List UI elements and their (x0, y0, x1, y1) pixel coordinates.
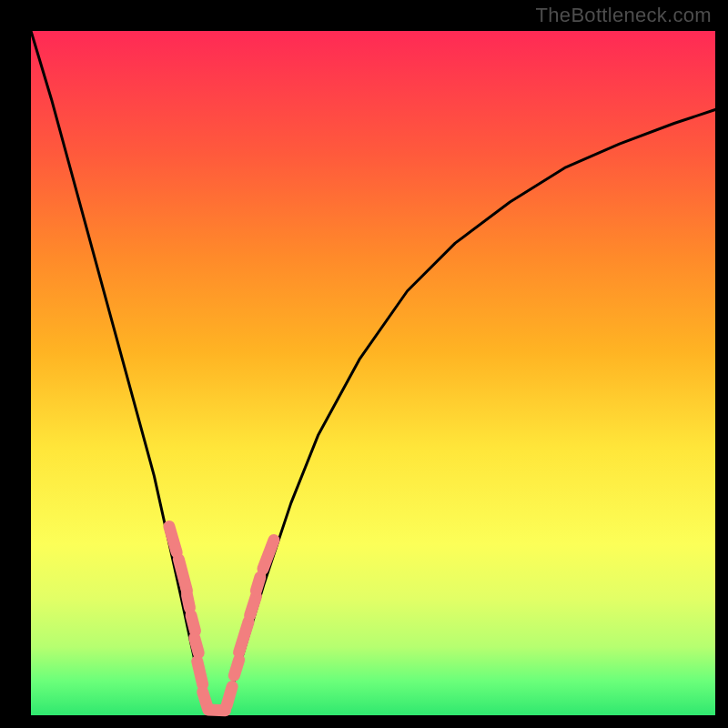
chart-plot-area (31, 31, 715, 715)
chart-frame: TheBottleneck.com (0, 0, 728, 728)
watermark-text: TheBottleneck.com (536, 4, 712, 27)
